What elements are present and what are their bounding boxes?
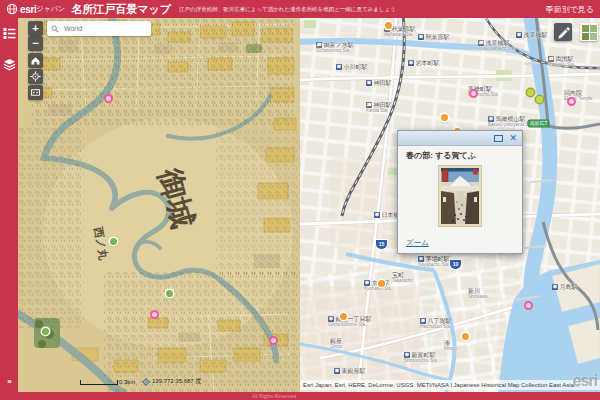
- station-label: M秋葉原駅: [418, 34, 450, 41]
- crosshair-icon[interactable]: [142, 378, 150, 386]
- search-icon: [51, 25, 59, 33]
- extent-icon: [30, 87, 41, 98]
- print-location-marker[interactable]: [104, 94, 113, 103]
- print-location-marker[interactable]: [524, 301, 533, 310]
- footer-bar: All Rights Reserved: [0, 392, 600, 400]
- print-location-marker[interactable]: [150, 310, 159, 319]
- rights-text: All Rights Reserved: [252, 393, 296, 399]
- search-box[interactable]: [47, 21, 151, 36]
- zoom-out-button[interactable]: −: [28, 36, 43, 51]
- collapse-panel-button[interactable]: »: [0, 377, 18, 386]
- historical-map-panel[interactable]: 御城西ノ丸 + − 0.3km: [18, 18, 300, 392]
- popup-zoom-link[interactable]: ズーム: [406, 238, 429, 248]
- basemap-thumb: [590, 25, 597, 32]
- metro-station-icon: M: [366, 80, 372, 86]
- esri-logo: esri: [6, 3, 37, 15]
- basemap-thumb: [582, 33, 589, 40]
- draw-tool-button[interactable]: [554, 23, 572, 41]
- station-label: M馬喰横山駅Bakuro-yokoyama Sta.: [488, 116, 534, 128]
- basemap-thumb: [590, 33, 597, 40]
- jct-badge: 両国JCT: [528, 120, 549, 127]
- scale-bar: [80, 380, 118, 385]
- print-location-marker[interactable]: [567, 97, 576, 106]
- page-subtitle: 江戸の浮世絵師、歌川広重によって描かれた連作名所絵を地図と一緒に見てみましょう: [179, 6, 546, 13]
- metro-station-icon: M: [418, 34, 424, 40]
- print-location-marker[interactable]: [441, 114, 448, 121]
- basemap-gallery-button[interactable]: [580, 23, 598, 41]
- station-label: M東銀座駅: [334, 368, 366, 375]
- popup-titlebar: ✕: [398, 131, 522, 146]
- station-label: JR両国駅Ryogoku Sta.: [548, 56, 575, 68]
- metro-station-icon: M: [408, 60, 414, 66]
- route-shield: 10: [450, 260, 461, 269]
- locate-button[interactable]: [28, 69, 43, 84]
- route-shield: 15: [376, 240, 387, 249]
- station-label: JR御茶ノ水駅Ochanomizu Sta.: [316, 42, 354, 54]
- esri-japan-text: ジャパン: [37, 4, 66, 14]
- station-label: M銀座一丁目駅Ginza-itchome Sta.: [328, 316, 372, 328]
- print-location-marker[interactable]: [462, 333, 469, 340]
- coordinate-readout: 139.772 35.687 度: [142, 377, 201, 386]
- basemap-thumb: [582, 25, 589, 32]
- metro-station-icon: M: [552, 284, 558, 290]
- station-label: 新川Shinkawa: [468, 288, 488, 300]
- feature-popup: ✕ 春の部: する賀てふ ズーム: [397, 130, 523, 254]
- legend-icon[interactable]: [3, 27, 16, 40]
- print-location-marker[interactable]: [536, 96, 543, 103]
- station-label: 銀座Ginza: [330, 338, 342, 350]
- station-label: 宝町Takaracho: [392, 272, 413, 284]
- home-icon: [30, 55, 41, 66]
- print-location-marker[interactable]: [42, 328, 49, 335]
- station-label: M神田駅: [366, 80, 392, 87]
- modern-map-panel[interactable]: JR秋葉原駅Akihabara Sta.M秋葉原駅JR御茶ノ水駅Ochanomi…: [300, 18, 600, 392]
- scale-label: 0.3km: [119, 379, 135, 385]
- print-location-marker[interactable]: [340, 313, 347, 320]
- season-view-link[interactable]: 季節別で見る: [546, 4, 594, 15]
- station-label: 湊Minato: [444, 340, 458, 352]
- print-location-marker[interactable]: [166, 290, 173, 297]
- left-toolbar: »: [0, 18, 18, 392]
- extent-button[interactable]: [28, 85, 43, 100]
- pen-icon: [554, 23, 572, 41]
- popup-title: 春の部: する賀てふ: [398, 146, 522, 162]
- metro-station-icon: M: [334, 368, 340, 374]
- station-label: M茅場町駅Kayabacho Sta.: [418, 256, 450, 268]
- print-location-marker[interactable]: [527, 89, 534, 96]
- print-location-marker[interactable]: [110, 238, 117, 245]
- station-label: M小川町駅: [336, 64, 368, 71]
- page-title: 名所江戸百景マップ: [71, 2, 171, 17]
- home-button[interactable]: [28, 53, 43, 68]
- metro-station-icon: M: [516, 32, 522, 38]
- map-attribution: Esri Japan, Esri, HERE, DeLorme, USGS, M…: [300, 380, 600, 390]
- station-label: JR神田駅Kanda Sta.: [366, 102, 392, 114]
- esri-watermark: esri: [573, 372, 597, 390]
- search-input[interactable]: [62, 24, 147, 33]
- station-label: M浅草橋駅: [516, 32, 548, 39]
- globe-icon: [6, 3, 18, 15]
- station-label: M新富町駅Shintomicho Sta.: [404, 352, 438, 364]
- metro-station-icon: M: [374, 212, 380, 218]
- maximize-icon[interactable]: [494, 135, 503, 142]
- station-label: M岩本町駅: [408, 60, 440, 67]
- locate-icon: [30, 71, 41, 82]
- station-label: M八丁堀駅Hatchobori Sta.: [420, 318, 452, 330]
- zoom-in-button[interactable]: +: [28, 21, 43, 36]
- metro-station-icon: M: [336, 64, 342, 70]
- station-label: M月島駅: [552, 284, 578, 291]
- layers-icon[interactable]: [3, 58, 16, 71]
- print-location-marker[interactable]: [385, 22, 392, 29]
- station-label: JR浅草橋駅Asakusabashi Sta.: [478, 40, 515, 52]
- close-icon[interactable]: ✕: [509, 134, 517, 143]
- coordinate-text: 139.772 35.687 度: [152, 377, 201, 386]
- print-location-marker[interactable]: [269, 336, 278, 345]
- esri-logo-text: esri: [20, 4, 37, 15]
- app-header: esri ジャパン 名所江戸百景マップ 江戸の浮世絵師、歌川広重によって描かれた…: [0, 0, 600, 18]
- ukiyoe-print-thumbnail[interactable]: [438, 165, 482, 227]
- print-location-marker[interactable]: [378, 280, 385, 287]
- print-location-marker[interactable]: [469, 89, 478, 98]
